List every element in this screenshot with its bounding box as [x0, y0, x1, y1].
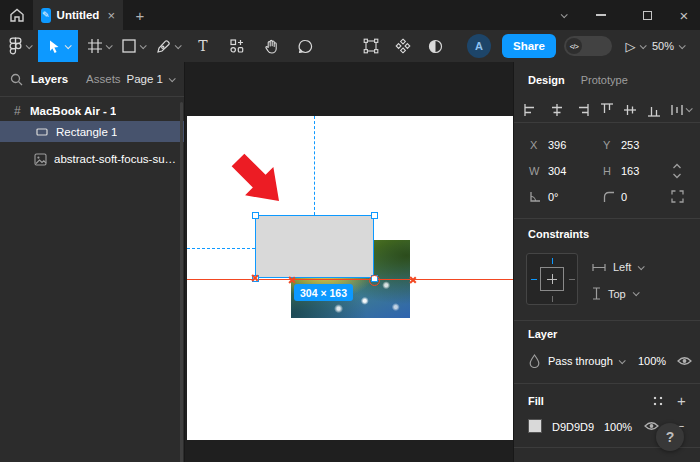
hand-tool-button[interactable] — [256, 30, 286, 62]
constraint-tick-left[interactable] — [531, 279, 537, 281]
sidebar-scrollbar[interactable] — [180, 102, 183, 462]
main-menu-button[interactable] — [4, 30, 36, 62]
tab-design[interactable]: Design — [528, 74, 565, 86]
snap-x-marker — [288, 276, 296, 284]
tab-prototype[interactable]: Prototype — [581, 74, 628, 86]
constraints-widget[interactable] — [526, 253, 578, 305]
layer-name: abstract-soft-focus-sunset-fi... — [54, 153, 178, 165]
zoom-level: 50% — [652, 40, 674, 52]
new-tab-button[interactable]: + — [126, 0, 154, 30]
zoom-menu-button[interactable]: 50% — [652, 30, 684, 62]
w-input[interactable]: 304 — [548, 165, 566, 177]
resources-icon — [230, 39, 244, 53]
vertical-constraint-icon — [592, 287, 601, 300]
align-top-icon[interactable] — [601, 103, 613, 117]
file-tab[interactable]: ✎ Untitled × — [33, 0, 123, 30]
vertical-constraint-dropdown[interactable]: Top — [592, 287, 638, 300]
layer-visibility-eye-icon[interactable] — [677, 356, 692, 366]
edit-object-button[interactable] — [356, 30, 386, 62]
constraint-tick-top[interactable] — [552, 258, 554, 264]
window-minimize-button[interactable] — [588, 0, 614, 30]
y-label: Y — [603, 139, 610, 151]
align-left-icon[interactable] — [524, 104, 538, 116]
rectangle-tool-icon — [122, 39, 136, 53]
tab-close-icon[interactable]: × — [107, 9, 115, 22]
y-input[interactable]: 253 — [621, 139, 639, 151]
layer-opacity-input[interactable]: 100% — [638, 355, 666, 367]
distribute-menu-button[interactable] — [671, 104, 691, 116]
horizontal-constraint-dropdown[interactable]: Left — [592, 261, 643, 273]
frame-layer-icon: # — [14, 104, 30, 118]
home-button[interactable] — [0, 0, 33, 30]
x-input[interactable]: 396 — [548, 139, 566, 151]
constrain-proportions-icon[interactable] — [672, 163, 682, 179]
align-right-icon[interactable] — [575, 104, 589, 116]
resources-button[interactable] — [222, 30, 252, 62]
position-row-wh: W 304 H 163 — [514, 162, 700, 182]
comment-tool-button[interactable] — [290, 30, 320, 62]
search-icon[interactable] — [10, 73, 23, 86]
component-icon — [395, 38, 411, 54]
position-row-rotation: 0° 0 — [514, 188, 700, 208]
present-button[interactable]: ▷ — [620, 30, 650, 62]
align-horizontal-center-icon[interactable] — [550, 104, 564, 116]
constraint-tick-right[interactable] — [569, 279, 575, 281]
tab-assets[interactable]: Assets — [86, 73, 121, 85]
constraint-tick-bottom[interactable] — [552, 296, 554, 302]
use-as-mask-button[interactable] — [420, 30, 450, 62]
fill-section-title: Fill — [528, 395, 544, 407]
text-tool-button[interactable]: T — [190, 30, 216, 62]
move-tool-button[interactable] — [38, 30, 78, 62]
mask-icon — [428, 39, 443, 54]
text-tool-icon: T — [198, 38, 207, 54]
h-input[interactable]: 163 — [621, 165, 639, 177]
position-row-xy: X 396 Y 253 — [514, 136, 700, 156]
align-vertical-center-icon[interactable] — [624, 103, 636, 117]
layer-name: MacBook Air - 1 — [30, 105, 116, 117]
home-icon — [9, 8, 25, 22]
window-close-button[interactable]: × — [670, 0, 698, 30]
align-bottom-icon[interactable] — [648, 103, 660, 117]
h-label: H — [603, 165, 611, 177]
blend-mode-dropdown[interactable]: Pass through — [548, 355, 624, 367]
selected-rectangle[interactable] — [255, 215, 374, 278]
layer-row-image[interactable]: abstract-soft-focus-sunset-fi... — [0, 146, 184, 172]
layers-panel-header: Layers Assets Page 1 — [0, 62, 184, 97]
user-avatar[interactable]: A — [467, 34, 491, 58]
tab-layers[interactable]: Layers — [31, 73, 68, 85]
alignment-toolbar — [524, 97, 691, 122]
canvas[interactable]: 304 × 163 — [185, 62, 513, 462]
fill-opacity-input[interactable]: 100% — [604, 421, 632, 433]
fill-color-swatch[interactable] — [528, 419, 542, 433]
horizontal-constraint-value: Left — [613, 261, 631, 273]
layer-row-rectangle[interactable]: Rectangle 1 — [0, 121, 184, 142]
pen-tool-button[interactable] — [152, 30, 184, 62]
window-maximize-button[interactable] — [634, 0, 660, 30]
selection-handle-top-right[interactable] — [371, 212, 378, 219]
frame-tool-button[interactable] — [84, 30, 114, 62]
titlebar-chevron-icon[interactable] — [552, 0, 574, 30]
help-button[interactable]: ? — [656, 423, 684, 451]
fill-hex-input[interactable]: D9D9D9 — [552, 421, 594, 433]
share-button[interactable]: Share — [502, 34, 556, 58]
dev-mode-toggle[interactable]: </> — [564, 36, 612, 56]
w-label: W — [529, 165, 539, 177]
rotation-icon — [529, 191, 541, 203]
rotation-input[interactable]: 0° — [548, 191, 559, 203]
add-fill-button[interactable]: + — [677, 392, 686, 409]
file-icon: ✎ — [41, 8, 51, 23]
shape-tool-button[interactable] — [118, 30, 148, 62]
fill-styles-icon[interactable] — [653, 396, 663, 406]
layer-row-frame[interactable]: # MacBook Air - 1 — [0, 100, 184, 121]
tab-title: Untitled — [57, 9, 100, 21]
layers-panel: Layers Assets Page 1 # MacBook Air - 1 R… — [0, 62, 185, 462]
distribute-icon — [671, 104, 683, 116]
page-selector[interactable]: Page 1 — [127, 73, 174, 85]
figma-logo-icon — [9, 37, 22, 55]
selection-size-badge: 304 × 163 — [294, 284, 353, 301]
snap-circle-marker — [369, 275, 380, 286]
independent-corners-icon[interactable] — [671, 190, 684, 203]
create-component-button[interactable] — [388, 30, 418, 62]
layer-blend-row: Pass through 100% — [514, 352, 700, 372]
corner-radius-input[interactable]: 0 — [621, 191, 627, 203]
